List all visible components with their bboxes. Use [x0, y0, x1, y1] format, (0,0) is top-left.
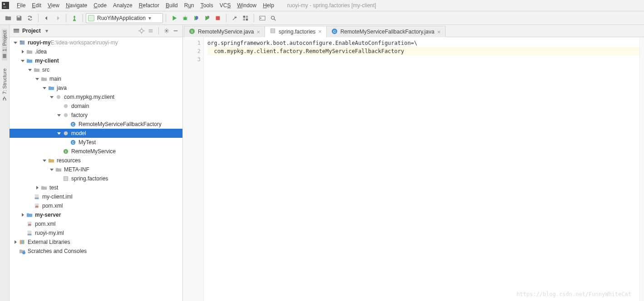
tree-twisty-icon[interactable]: [56, 131, 62, 136]
tree-twisty-icon[interactable]: [20, 49, 26, 54]
tree-my-client[interactable]: my-client: [10, 56, 182, 65]
watermark-text: https://blog.csdn.net/FunnyWhiteCat: [516, 291, 631, 297]
tree-test[interactable]: test: [10, 183, 182, 192]
menu-vcs[interactable]: VCS: [216, 2, 234, 9]
menu-build[interactable]: Build: [162, 2, 181, 9]
tree-myclient-iml[interactable]: my-client.iml: [10, 192, 182, 201]
pkg-icon: [62, 112, 69, 119]
tree-package[interactable]: com.mypkg.my.client: [10, 92, 182, 102]
svg-point-43: [22, 251, 25, 254]
code-editor[interactable]: org.springframework.boot.autoconfigure.E…: [204, 37, 639, 301]
svg-text:C: C: [72, 123, 74, 126]
run-anything-icon[interactable]: [257, 13, 268, 24]
run-with-coverage-icon[interactable]: [191, 13, 202, 24]
menu-run[interactable]: Run: [181, 2, 197, 9]
close-icon[interactable]: ×: [318, 29, 322, 34]
tree-metainf[interactable]: META-INF: [10, 165, 182, 174]
tree-twisty-icon[interactable]: [56, 113, 62, 117]
tree-fallback-factory[interactable]: CRemoteMyServiceFallbackFactory: [10, 120, 182, 129]
menu-view[interactable]: View: [44, 2, 63, 9]
menu-refactor[interactable]: Refactor: [136, 2, 162, 9]
stop-icon[interactable]: [212, 13, 223, 24]
tree-twisty-icon[interactable]: [20, 58, 26, 63]
main-toolbar: RuoYiMyApplication ▾: [0, 11, 644, 25]
tree-ruoyi-iml[interactable]: ruoyi-my.iml: [10, 228, 182, 238]
tab-remotemyservicefallbackfactory-java[interactable]: CRemoteMyServiceFallbackFactory.java×: [326, 26, 446, 37]
search-everywhere-icon[interactable]: [268, 13, 279, 24]
tree-external-libraries[interactable]: External Libraries: [10, 238, 182, 247]
tree-model[interactable]: model: [10, 129, 182, 138]
menu-file[interactable]: File: [14, 2, 29, 9]
menu-edit[interactable]: Edit: [29, 2, 44, 9]
tree-twisty-icon[interactable]: [12, 40, 19, 45]
tree-resources[interactable]: resources: [10, 156, 182, 165]
project-title[interactable]: Project: [22, 28, 41, 34]
expand-all-icon[interactable]: [147, 27, 155, 35]
tree-src[interactable]: src: [10, 65, 182, 74]
back-icon[interactable]: [41, 13, 52, 24]
tree-pom-client[interactable]: mpom.xml: [10, 201, 182, 210]
wrench-icon[interactable]: [229, 13, 240, 24]
tree-twisty-icon[interactable]: [49, 95, 55, 99]
tree-mytest[interactable]: CMyTest: [10, 138, 182, 147]
menu-window[interactable]: Window: [234, 2, 260, 9]
hide-icon[interactable]: [172, 27, 180, 35]
menu-help[interactable]: Help: [260, 2, 277, 9]
error-stripe: [639, 37, 644, 301]
tree-domain[interactable]: domain: [10, 102, 182, 111]
tree-scratches[interactable]: Scratches and Consoles: [10, 247, 182, 256]
tree-spring-factories[interactable]: spring.factories: [10, 174, 182, 183]
tree-root[interactable]: ruoyi-my E:\idea-workspace\ruoyi-my: [10, 38, 182, 47]
menu-navigate[interactable]: Navigate: [63, 2, 90, 9]
project-view-icon: [12, 27, 20, 35]
menu-tools[interactable]: Tools: [197, 2, 216, 9]
debug-icon[interactable]: [180, 13, 191, 24]
open-icon[interactable]: [3, 13, 14, 24]
sync-icon[interactable]: [25, 13, 35, 24]
tree-twisty-icon[interactable]: [34, 185, 40, 190]
folder-icon: [40, 184, 48, 191]
pkg-icon: [62, 130, 69, 137]
svg-rect-41: [21, 240, 23, 244]
tree-remote-service[interactable]: IRemoteMyService: [10, 147, 182, 156]
tree-twisty-icon[interactable]: [27, 68, 33, 72]
tree-twisty-icon[interactable]: [12, 240, 19, 244]
tree-twisty-icon[interactable]: [49, 167, 55, 172]
tree-idea[interactable]: .idea: [10, 47, 182, 56]
tab-remotemyservice-java[interactable]: IRemoteMyService.java×: [184, 26, 265, 37]
close-icon[interactable]: ×: [256, 29, 260, 35]
tree-twisty-icon[interactable]: [20, 213, 26, 217]
tree-pom-root[interactable]: mpom.xml: [10, 219, 182, 228]
svg-rect-33: [35, 198, 39, 199]
chevron-down-icon[interactable]: ▾: [43, 27, 51, 35]
close-icon[interactable]: ×: [437, 29, 441, 35]
locate-icon[interactable]: [138, 27, 146, 35]
forward-icon[interactable]: [52, 13, 63, 24]
menu-analyze[interactable]: Analyze: [110, 2, 136, 9]
build-icon[interactable]: [69, 13, 80, 24]
project-structure-icon[interactable]: [240, 13, 251, 24]
tree-twisty-icon[interactable]: [41, 158, 48, 163]
project-tree[interactable]: ruoyi-my E:\idea-workspace\ruoyi-my.idea…: [10, 37, 182, 301]
tree-my-server[interactable]: my-server: [10, 210, 182, 219]
svg-rect-20: [20, 41, 22, 42]
side-tab-project[interactable]: 1: Project: [2, 29, 7, 60]
menu-code[interactable]: Code: [90, 2, 110, 9]
tree-factory[interactable]: factory: [10, 111, 182, 120]
left-tool-stripe: 1: Project 7: Structure: [0, 25, 10, 301]
side-tab-structure[interactable]: 7: Structure: [2, 67, 7, 103]
profiler-icon[interactable]: [202, 13, 212, 24]
lib-icon: [19, 238, 26, 246]
menu-bar: FileEditViewNavigateCodeAnalyzeRefactorB…: [0, 0, 644, 11]
tree-main[interactable]: main: [10, 74, 182, 83]
tree-twisty-icon[interactable]: [34, 77, 40, 81]
tree-java[interactable]: java: [10, 83, 182, 92]
gear-icon[interactable]: [162, 27, 171, 35]
save-all-icon[interactable]: [14, 13, 25, 24]
tree-twisty-icon[interactable]: [41, 86, 48, 90]
tab-spring-factories[interactable]: spring.factories×: [265, 26, 327, 37]
window-title: ruoyi-my - spring.factories [my-client]: [287, 2, 376, 9]
run-icon[interactable]: [169, 13, 180, 24]
run-configuration-combo[interactable]: RuoYiMyApplication ▾: [86, 13, 163, 23]
folderBlue-icon: [48, 84, 55, 92]
